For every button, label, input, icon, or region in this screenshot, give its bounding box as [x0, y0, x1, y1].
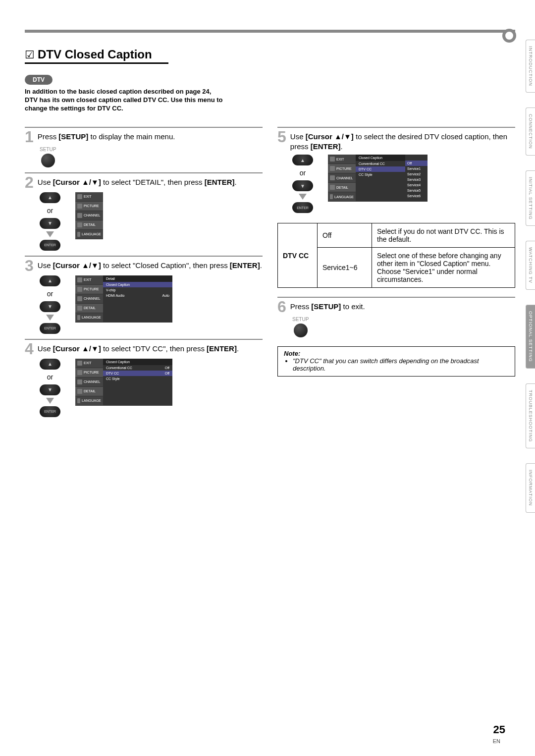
checkbox-icon: ☑	[25, 49, 35, 61]
step-5-text: Use [Cursor ▲/▼] to select the desired D…	[290, 130, 515, 152]
side-tab-troubleshooting[interactable]: TROUBLESHOOTING	[526, 383, 535, 449]
osd-menu-step2: EXIT PICTURE CHANNEL DETAIL LANGUAGE	[75, 192, 103, 239]
step-3-number: 3	[25, 259, 34, 272]
osd-sidebar: EXIT PICTURE CHANNEL DETAIL LANGUAGE	[75, 192, 103, 239]
top-circle-ornament	[502, 29, 516, 43]
round-button-icon	[41, 154, 55, 167]
arrow-down-icon	[46, 315, 54, 321]
or-label: or	[47, 207, 53, 215]
osd-dtvcc-panel: Closed Caption Conventional CC DTV CC CC…	[356, 155, 405, 202]
step-5-rule	[277, 127, 515, 128]
step-5-number: 5	[277, 130, 286, 144]
step-2: 2 Use [Cursor ▲/▼] to select "DETAIL", t…	[25, 175, 263, 189]
top-rule	[25, 30, 515, 33]
step-3-illustration: ▲ or ▼ ENTER EXIT PICTURE CHANNEL DETAIL…	[40, 275, 263, 334]
up-arrow-icon: ▲	[292, 155, 313, 165]
step-2-number: 2	[25, 175, 34, 189]
note-item: "DTV CC" that you can switch differs dep…	[293, 357, 510, 372]
side-tab-watching-tv[interactable]: WATCHING TV	[526, 241, 535, 290]
step-4-illustration: ▲ or ▼ ENTER EXIT PICTURE CHANNEL DETAIL…	[40, 359, 263, 417]
side-tab-information[interactable]: INFORMATION	[526, 463, 535, 512]
step-6-text: Press [SETUP] to exit.	[290, 300, 365, 312]
dtv-badge: DTV	[25, 75, 53, 85]
arrow-down-icon	[46, 231, 54, 237]
step-4-number: 4	[25, 342, 34, 356]
dtvcc-options-table: DTV CC Off Select if you do not want DTV…	[277, 223, 515, 288]
step-4-rule	[25, 339, 263, 340]
step-4-text: Use [Cursor ▲/▼] to select "DTV CC", the…	[38, 342, 239, 354]
down-arrow-icon: ▼	[40, 301, 60, 312]
or-label: or	[300, 169, 306, 177]
osd-cc-panel: Closed Caption Conventional CCOff DTV CC…	[103, 359, 172, 406]
side-tab-connection[interactable]: CONNECTION	[526, 108, 535, 156]
step-4: 4 Use [Cursor ▲/▼] to select "DTV CC", t…	[25, 342, 263, 356]
table-desc-off: Select if you do not want DTV CC. This i…	[372, 223, 515, 248]
enter-button-icon: ENTER	[292, 202, 313, 213]
down-arrow-icon: ▼	[40, 384, 60, 395]
step-6-number: 6	[277, 300, 286, 314]
step-6-illustration: SETUP	[292, 317, 515, 337]
side-tabs: INTRODUCTION CONNECTION INITIAL SETTING …	[526, 40, 535, 513]
table-option-service: Service1~6	[318, 248, 372, 288]
arrow-down-icon	[299, 194, 307, 200]
step-3: 3 Use [Cursor ▲/▼] to select "Closed Cap…	[25, 259, 263, 272]
note-title: Note:	[284, 350, 510, 357]
osd-menu-step4: EXIT PICTURE CHANNEL DETAIL LANGUAGE Clo…	[75, 359, 172, 406]
step-6-rule	[277, 297, 515, 298]
right-column: 5 Use [Cursor ▲/▼] to select the desired…	[277, 123, 515, 422]
or-label: or	[47, 373, 53, 381]
cursor-nav-block: ▲ or ▼ ENTER	[40, 359, 60, 417]
intro-text: In addition to the basic closed caption …	[25, 88, 223, 113]
setup-button-icon: SETUP	[292, 317, 309, 337]
step-6: 6 Press [SETUP] to exit.	[277, 300, 515, 314]
step-5: 5 Use [Cursor ▲/▼] to select the desired…	[277, 130, 515, 152]
or-label: or	[47, 290, 53, 298]
side-tab-optional-setting[interactable]: OPTIONAL SETTING	[526, 305, 535, 369]
down-arrow-icon: ▼	[40, 218, 60, 229]
page-language: EN	[493, 738, 500, 744]
step-1: 1 Press [SETUP] to display the main menu…	[25, 130, 263, 144]
step-3-text: Use [Cursor ▲/▼] to select "Closed Capti…	[38, 259, 262, 270]
osd-sidebar: EXIT PICTURE CHANNEL DETAIL LANGUAGE	[75, 275, 103, 323]
enter-button-icon: ENTER	[40, 406, 60, 417]
step-3-rule	[25, 256, 263, 257]
step-1-rule	[25, 127, 263, 128]
side-tab-initial-setting[interactable]: INITIAL SETTING	[526, 170, 535, 226]
round-button-icon	[294, 324, 308, 337]
setup-button-label: SETUP	[40, 147, 56, 152]
side-tab-introduction[interactable]: INTRODUCTION	[526, 40, 535, 93]
left-column: 1 Press [SETUP] to display the main menu…	[25, 123, 263, 422]
down-arrow-icon: ▼	[292, 180, 313, 191]
note-box: Note: "DTV CC" that you can switch diffe…	[277, 346, 515, 377]
step-5-illustration: ▲ or ▼ ENTER EXIT PICTURE CHANNEL DETAIL…	[292, 155, 515, 213]
up-arrow-icon: ▲	[40, 359, 60, 370]
osd-menu-step3: EXIT PICTURE CHANNEL DETAIL LANGUAGE Det…	[75, 275, 172, 323]
osd-sidebar: EXIT PICTURE CHANNEL DETAIL LANGUAGE	[328, 155, 356, 202]
step-1-illustration: SETUP	[40, 147, 263, 167]
table-option-off: Off	[318, 223, 372, 248]
step-2-text: Use [Cursor ▲/▼] to select "DETAIL", the…	[38, 175, 237, 187]
page-title: ☑ DTV Closed Caption	[25, 48, 168, 64]
setup-button-icon: SETUP	[40, 147, 56, 167]
up-arrow-icon: ▲	[40, 192, 60, 203]
enter-button-icon: ENTER	[40, 240, 60, 251]
step-1-text: Press [SETUP] to display the main menu.	[38, 130, 175, 142]
up-arrow-icon: ▲	[40, 275, 60, 286]
osd-sidebar: EXIT PICTURE CHANNEL DETAIL LANGUAGE	[75, 359, 103, 406]
step-1-number: 1	[25, 130, 34, 144]
cursor-nav-block: ▲ or ▼ ENTER	[40, 192, 60, 251]
table-desc-service: Select one of these before changing any …	[372, 248, 515, 288]
step-2-illustration: ▲ or ▼ ENTER EXIT PICTURE CHANNEL DETAIL…	[40, 192, 263, 251]
osd-menu-step5: EXIT PICTURE CHANNEL DETAIL LANGUAGE Clo…	[328, 155, 428, 202]
enter-button-icon: ENTER	[40, 323, 60, 334]
cursor-nav-block: ▲ or ▼ ENTER	[292, 155, 313, 213]
osd-detail-panel: Detail Closed Caption V-chip HDMI AudioA…	[103, 275, 172, 323]
setup-button-label: SETUP	[292, 317, 309, 322]
table-row-label: DTV CC	[278, 223, 318, 288]
cursor-nav-block: ▲ or ▼ ENTER	[40, 275, 60, 334]
title-text: DTV Closed Caption	[38, 48, 152, 61]
step-2-rule	[25, 172, 263, 173]
osd-dtvcc-options: Off Service1 Service2 Service3 Service4 …	[405, 155, 428, 202]
arrow-down-icon	[46, 398, 54, 404]
page-number: 25	[493, 723, 505, 736]
